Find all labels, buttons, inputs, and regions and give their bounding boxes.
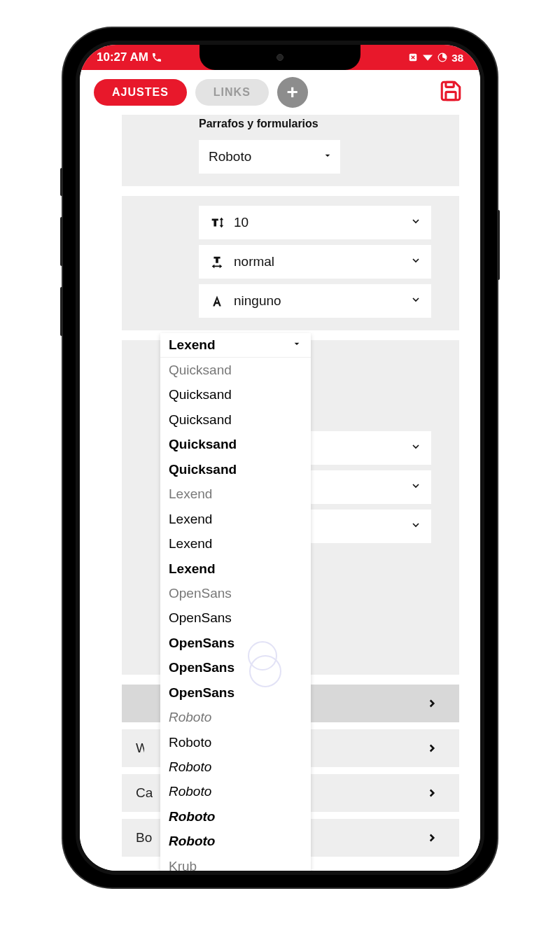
tab-ajustes[interactable]: AJUSTES <box>94 79 187 106</box>
svg-rect-2 <box>446 82 454 87</box>
dropdown-item[interactable]: OpenSans <box>160 605 311 630</box>
battery-icon <box>438 52 447 62</box>
status-time: 10:27 AM <box>97 50 148 64</box>
content-area: Parrafos y formularios Roboto <box>80 115 480 871</box>
dropdown-item[interactable]: Lexend <box>160 531 311 556</box>
font-icon <box>209 294 225 308</box>
text-transform-value: ninguno <box>234 293 402 309</box>
dropdown-item[interactable]: OpenSans <box>160 655 311 680</box>
chevron-right-icon <box>426 783 438 804</box>
letter-spacing-value: normal <box>234 254 402 269</box>
side-buttons-left <box>60 168 63 357</box>
dropdown-list[interactable]: QuicksandQuicksandQuicksandQuicksandQuic… <box>160 358 311 871</box>
close-box-icon <box>408 52 418 62</box>
wifi-icon <box>422 52 433 62</box>
nav-label-w: W <box>136 741 144 756</box>
svg-rect-3 <box>446 92 456 99</box>
section-parrafos-fields: 10 normal <box>122 196 459 330</box>
nav-label-ca: Ca <box>136 785 153 801</box>
dropdown-item[interactable]: Roboto <box>160 829 311 853</box>
dropdown-item[interactable]: Quicksand <box>160 432 311 456</box>
dropdown-item[interactable]: Lexend <box>160 482 311 506</box>
dropdown-item[interactable]: Lexend <box>160 507 311 531</box>
dropdown-item[interactable]: OpenSans <box>160 581 311 605</box>
status-battery-text: 38 <box>451 52 463 64</box>
phone-icon <box>151 52 162 63</box>
section-title-parrafos: Parrafos y formularios <box>122 115 459 134</box>
add-button[interactable]: + <box>277 77 308 108</box>
font-select-parrafos[interactable]: Roboto <box>199 140 340 174</box>
text-height-icon <box>209 215 225 230</box>
dropdown-item[interactable]: Quicksand <box>160 358 311 382</box>
font-value: Roboto <box>209 149 314 164</box>
dropdown-item[interactable]: Lexend <box>160 556 311 581</box>
dropdown-selected[interactable]: Lexend <box>160 333 311 358</box>
dropdown-item[interactable]: OpenSans <box>160 631 311 655</box>
letter-spacing-select[interactable]: normal <box>199 245 431 279</box>
plus-icon: + <box>287 81 298 104</box>
chevron-down-icon <box>410 216 421 230</box>
save-icon <box>439 79 463 106</box>
chevron-down-icon <box>410 441 421 455</box>
tab-links[interactable]: LINKS <box>195 79 269 106</box>
dropdown-item[interactable]: Quicksand <box>160 407 311 432</box>
chevron-down-icon <box>410 519 421 533</box>
chevron-right-icon <box>426 827 438 849</box>
touch-indicator-icon <box>248 641 277 671</box>
dropdown-item[interactable]: Quicksand <box>160 382 311 407</box>
caret-down-icon <box>291 337 302 353</box>
dropdown-selected-label: Lexend <box>169 337 216 353</box>
nav-label-bo: Bo <box>136 830 153 846</box>
side-button-right <box>497 210 500 280</box>
section-parrafos: Parrafos y formularios Roboto <box>122 115 459 186</box>
font-size-value: 10 <box>234 215 402 230</box>
font-dropdown[interactable]: Lexend QuicksandQuicksandQuicksandQuicks… <box>160 333 311 871</box>
caret-down-icon <box>322 150 333 164</box>
save-button[interactable] <box>435 77 466 108</box>
chevron-down-icon <box>410 255 421 269</box>
dropdown-item[interactable]: Krub <box>160 854 311 871</box>
text-width-icon <box>209 254 225 269</box>
phone-frame: 10:27 AM 38 <box>63 28 497 888</box>
font-size-select[interactable]: 10 <box>199 206 431 239</box>
chevron-right-icon <box>426 738 438 759</box>
toolbar: AJUSTES LINKS + <box>80 70 480 115</box>
chevron-right-icon <box>426 693 438 715</box>
dropdown-item[interactable]: Roboto <box>160 804 311 829</box>
dropdown-item[interactable]: Roboto <box>160 779 311 804</box>
dropdown-item[interactable]: Roboto <box>160 755 311 779</box>
chevron-down-icon <box>410 480 421 494</box>
chevron-down-icon <box>410 294 421 308</box>
dropdown-item[interactable]: Quicksand <box>160 457 311 482</box>
text-transform-select[interactable]: ninguno <box>199 284 431 318</box>
dropdown-item[interactable]: Roboto <box>160 705 311 729</box>
phone-notch <box>200 45 360 70</box>
dropdown-item[interactable]: OpenSans <box>160 680 311 705</box>
dropdown-item[interactable]: Roboto <box>160 730 311 755</box>
